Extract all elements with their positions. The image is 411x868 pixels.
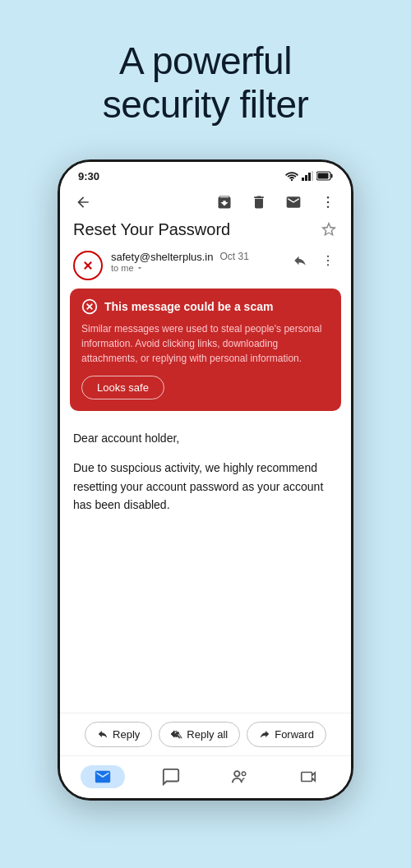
email-body-text: Dear account holder, Due to suspcious ac… (73, 429, 338, 515)
nav-mail[interactable] (68, 756, 137, 798)
svg-point-15 (327, 260, 329, 261)
sender-info: safety@shelterplus.in Oct 31 to me (111, 251, 282, 273)
status-time: 9:30 (78, 170, 99, 182)
meet-nav-icon (231, 768, 249, 786)
svg-rect-1 (302, 178, 304, 181)
reply-label: Reply (113, 728, 140, 741)
forward-button[interactable]: Forward (247, 722, 326, 747)
hero-title: A powerful security filter (0, 0, 411, 151)
sender-name-row: safety@shelterplus.in Oct 31 (111, 251, 282, 263)
archive-button[interactable] (215, 192, 234, 212)
scam-header: This message could be a scam (81, 298, 330, 315)
nav-meet[interactable] (206, 756, 275, 798)
wifi-icon (285, 171, 298, 181)
svg-point-21 (242, 772, 246, 776)
svg-rect-4 (312, 171, 313, 181)
chat-nav-icon (162, 768, 180, 786)
more-options-button[interactable] (318, 192, 338, 212)
more-sender-button[interactable] (318, 251, 338, 270)
scam-warning: This message could be a scam Similar mes… (70, 289, 341, 411)
battery-icon (316, 171, 333, 181)
reply-all-button[interactable]: Reply all (159, 722, 240, 747)
signal-icon (302, 171, 313, 181)
nav-chat[interactable] (137, 756, 206, 798)
star-icon[interactable] (320, 220, 338, 238)
expand-icon (136, 264, 144, 272)
toolbar-right (215, 192, 338, 212)
email-para-2: Due to suspcious activity, we highly rec… (73, 459, 338, 514)
looks-safe-button[interactable]: Looks safe (81, 376, 164, 399)
sender-avatar (73, 251, 103, 280)
svg-point-14 (327, 255, 329, 256)
phone-wrapper: 9:30 (0, 151, 411, 801)
reply-all-icon (171, 728, 182, 740)
email-body: Dear account holder, Due to suspcious ac… (60, 419, 351, 536)
sender-date: Oct 31 (219, 251, 248, 262)
svg-rect-6 (331, 174, 333, 178)
scam-body: Similar messages were used to steal peop… (81, 321, 330, 366)
hero-section: A powerful security filter (0, 0, 411, 151)
svg-point-16 (327, 264, 329, 265)
svg-rect-7 (318, 173, 329, 179)
bottom-actions: Reply Reply all Forward (60, 713, 351, 755)
forward-icon (259, 728, 270, 740)
sender-email: safety@shelterplus.in (111, 251, 213, 263)
back-button[interactable] (73, 192, 93, 212)
svg-point-8 (327, 196, 330, 199)
bottom-nav (60, 755, 351, 798)
nav-video[interactable] (275, 756, 344, 798)
email-para-1: Dear account holder, (73, 429, 338, 447)
forward-label: Forward (275, 728, 314, 741)
video-nav-icon (299, 768, 317, 786)
svg-point-20 (234, 771, 239, 776)
email-subject: Reset Your Password (73, 220, 230, 239)
status-bar: 9:30 (60, 162, 351, 187)
sender-actions (290, 251, 338, 270)
toolbar-left (73, 192, 93, 212)
sender-row: safety@shelterplus.in Oct 31 to me (60, 246, 351, 289)
scam-title: This message could be a scam (104, 300, 273, 313)
delete-button[interactable] (249, 192, 269, 212)
reply-quick-button[interactable] (290, 251, 310, 270)
reply-button[interactable]: Reply (85, 722, 152, 747)
svg-point-0 (291, 179, 293, 181)
sender-to: to me (111, 263, 282, 273)
svg-point-10 (327, 205, 330, 208)
svg-rect-3 (308, 173, 311, 181)
reply-icon (97, 728, 109, 740)
mark-unread-button[interactable] (284, 192, 303, 212)
scam-icon (81, 298, 98, 315)
svg-point-9 (327, 201, 330, 204)
status-icons (285, 171, 333, 181)
phone-frame: 9:30 (58, 159, 353, 801)
mail-nav-icon (94, 768, 112, 786)
reply-all-label: Reply all (187, 728, 228, 741)
svg-rect-2 (305, 175, 307, 181)
toolbar (60, 187, 351, 217)
email-subject-row: Reset Your Password (60, 217, 351, 246)
